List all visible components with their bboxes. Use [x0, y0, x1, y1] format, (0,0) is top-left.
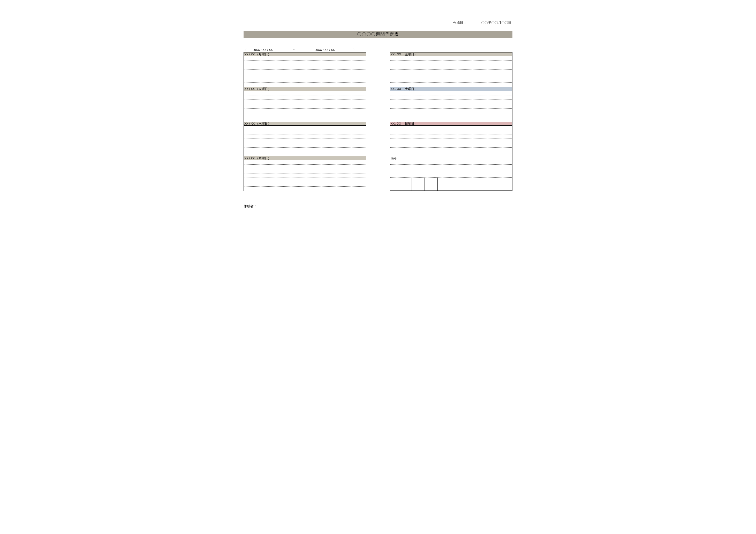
day-row[interactable] — [390, 56, 512, 61]
day-row[interactable] — [390, 104, 512, 109]
day-row[interactable] — [244, 113, 366, 117]
day-row[interactable] — [390, 130, 512, 134]
creator-row: 作成者： — [244, 203, 512, 209]
creator-label: 作成者： — [244, 204, 257, 209]
day-row[interactable] — [390, 117, 512, 122]
day-row[interactable] — [244, 74, 366, 78]
day-row[interactable] — [390, 139, 512, 143]
day-row[interactable] — [390, 152, 512, 156]
right-column: XX / XX （金曜日） XX / XX （土曜日） XX — [390, 52, 512, 191]
day-header: XX / XX （月曜日） — [244, 52, 366, 56]
range-open-paren: （ — [244, 48, 247, 52]
day-row[interactable] — [244, 95, 366, 100]
title-bar: 〇〇〇〇週間予定表 — [244, 31, 512, 38]
day-row[interactable] — [244, 174, 366, 178]
day-row[interactable] — [244, 109, 366, 113]
day-row[interactable] — [390, 74, 512, 78]
range-tilde: ～ — [278, 48, 309, 52]
meta-top: 作成日： 〇〇年〇〇月〇〇日 — [244, 21, 512, 25]
created-date: 〇〇年〇〇月〇〇日 — [481, 21, 511, 25]
day-row[interactable] — [390, 147, 512, 152]
stamp-box[interactable] — [425, 177, 438, 191]
day-row[interactable] — [390, 83, 512, 87]
date-range: （ 20XX / XX / XX ～ 20XX / XX / XX ） — [244, 48, 512, 52]
day-row[interactable] — [244, 187, 366, 191]
notes-row[interactable] — [390, 165, 512, 169]
day-row[interactable] — [244, 152, 366, 156]
left-column: XX / XX （月曜日） XX / XX （火曜日） XX — [244, 52, 366, 191]
day-row[interactable] — [244, 78, 366, 83]
day-row[interactable] — [244, 117, 366, 122]
day-block-wednesday: XX / XX （水曜日） — [244, 122, 366, 156]
range-close-paren: ） — [340, 48, 353, 52]
range-start: 20XX / XX / XX — [247, 48, 278, 51]
stamp-area — [390, 177, 512, 191]
stamp-box[interactable] — [412, 177, 425, 191]
day-row[interactable] — [390, 100, 512, 104]
notes-header: 備考 — [390, 156, 512, 160]
columns: XX / XX （月曜日） XX / XX （火曜日） XX — [244, 52, 512, 191]
notes-block: 備考 — [390, 156, 512, 191]
day-block-monday: XX / XX （月曜日） — [244, 52, 366, 87]
day-row[interactable] — [390, 134, 512, 139]
day-row[interactable] — [244, 91, 366, 95]
day-row[interactable] — [390, 126, 512, 130]
day-row[interactable] — [244, 61, 366, 65]
day-block-tuesday: XX / XX （火曜日） — [244, 87, 366, 122]
day-row[interactable] — [244, 69, 366, 74]
day-row[interactable] — [244, 65, 366, 69]
created-label: 作成日： — [453, 21, 467, 25]
day-row[interactable] — [244, 165, 366, 169]
day-row[interactable] — [390, 61, 512, 65]
weekly-schedule-page: 作成日： 〇〇年〇〇月〇〇日 〇〇〇〇週間予定表 （ 20XX / XX / X… — [223, 0, 533, 229]
day-row[interactable] — [244, 100, 366, 104]
day-row[interactable] — [244, 160, 366, 165]
day-row[interactable] — [244, 182, 366, 187]
day-block-sunday: XX / XX （日曜日） — [390, 122, 512, 156]
stamp-rest — [438, 177, 512, 191]
day-block-saturday: XX / XX （土曜日） — [390, 87, 512, 122]
day-row[interactable] — [244, 147, 366, 152]
day-row[interactable] — [244, 139, 366, 143]
day-header: XX / XX （土曜日） — [390, 87, 512, 91]
day-header: XX / XX （日曜日） — [390, 122, 512, 126]
day-row[interactable] — [244, 104, 366, 109]
range-end: 20XX / XX / XX — [309, 48, 340, 51]
day-header: XX / XX （火曜日） — [244, 87, 366, 91]
day-row[interactable] — [244, 178, 366, 182]
day-row[interactable] — [244, 56, 366, 61]
day-row[interactable] — [390, 65, 512, 69]
day-block-friday: XX / XX （金曜日） — [390, 52, 512, 87]
creator-value[interactable] — [257, 203, 356, 207]
day-row[interactable] — [244, 169, 366, 174]
day-row[interactable] — [390, 69, 512, 74]
notes-row[interactable] — [390, 160, 512, 165]
day-row[interactable] — [390, 78, 512, 83]
day-row[interactable] — [390, 113, 512, 117]
day-row[interactable] — [244, 126, 366, 130]
day-row[interactable] — [390, 95, 512, 100]
day-header: XX / XX （水曜日） — [244, 122, 366, 126]
stamp-box[interactable] — [399, 177, 412, 191]
notes-row[interactable] — [390, 173, 512, 177]
day-row[interactable] — [244, 83, 366, 87]
day-row[interactable] — [244, 134, 366, 139]
notes-row[interactable] — [390, 169, 512, 174]
notes-body[interactable] — [390, 160, 512, 177]
day-row[interactable] — [390, 143, 512, 147]
day-block-thursday: XX / XX （木曜日） — [244, 156, 366, 191]
day-row[interactable] — [244, 143, 366, 147]
day-row[interactable] — [390, 109, 512, 113]
day-row[interactable] — [244, 130, 366, 134]
day-header: XX / XX （金曜日） — [390, 52, 512, 56]
day-row[interactable] — [390, 91, 512, 95]
stamp-pad — [390, 177, 399, 191]
day-header: XX / XX （木曜日） — [244, 156, 366, 160]
